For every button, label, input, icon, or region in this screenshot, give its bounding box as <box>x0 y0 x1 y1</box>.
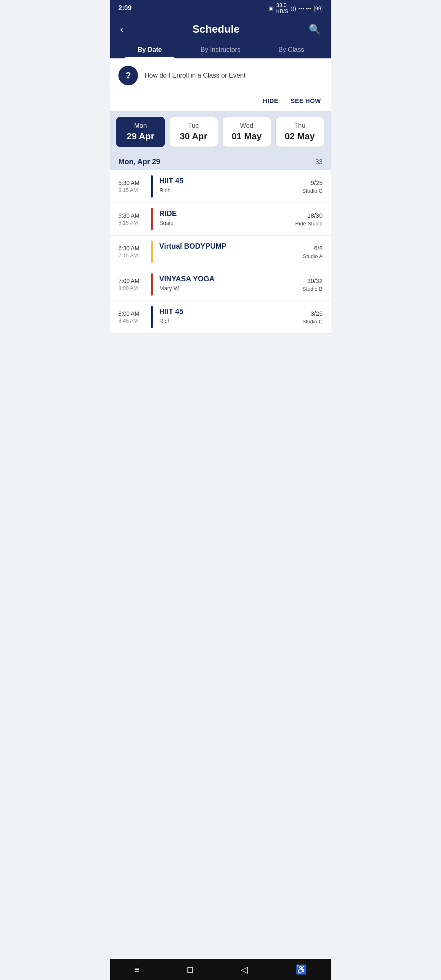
location-2: Studio A <box>303 253 323 259</box>
back-button[interactable]: ‹ <box>120 24 123 35</box>
time-col-1: 5:30 AM 6:15 AM <box>110 203 151 235</box>
day-num-thu: 02 May <box>279 131 321 142</box>
class-name-0: HIIT 45 <box>159 177 283 185</box>
time-end-2: 7:15 AM <box>118 252 146 258</box>
enroll-text: How do I Enroll in a Class or Event <box>145 72 323 79</box>
battery-level: [99] <box>314 5 323 11</box>
location-0: Studio C <box>302 188 323 194</box>
time-col-4: 8:00 AM 8:45 AM <box>110 301 151 333</box>
section-date: Mon, Apr 29 <box>118 158 160 166</box>
tab-by-class[interactable]: By Class <box>256 40 327 58</box>
capacity-col-3: 30/32 Studio B <box>290 268 331 301</box>
time-col-2: 6:30 AM 7:15 AM <box>110 236 151 268</box>
date-card-wed[interactable]: Wed 01 May <box>222 117 271 147</box>
date-card-mon[interactable]: Mon 29 Apr <box>116 117 165 147</box>
schedule-item-4[interactable]: 8:00 AM 8:45 AM HIIT 45 Rich 3/25 Studio… <box>110 301 331 334</box>
time-end-3: 8:00 AM <box>118 285 146 291</box>
class-name-1: RIDE <box>159 209 283 218</box>
capacity-2: 6/8 <box>314 245 323 252</box>
location-3: Studio B <box>303 286 323 292</box>
hide-button[interactable]: HIDE <box>263 97 278 104</box>
class-info-2: Virtual BODYPUMP <box>153 236 290 268</box>
battery-icon: ▣ <box>269 5 274 11</box>
time-end-0: 6:15 AM <box>118 187 146 193</box>
time-start-4: 8:00 AM <box>118 310 146 317</box>
capacity-4: 3/25 <box>311 310 323 317</box>
instructor-4: Rich <box>159 318 283 324</box>
class-info-4: HIIT 45 Rich <box>153 301 290 333</box>
class-info-1: RIDE Susie <box>153 203 290 235</box>
tab-by-instructors[interactable]: By Instructors <box>185 40 256 58</box>
signal-icon: ▪▪▪ ▪▪▪ <box>298 5 311 11</box>
day-name-tue: Tue <box>173 122 214 129</box>
status-icons: ▣ 33.0KB/S ))) ▪▪▪ ▪▪▪ [99] <box>269 2 323 14</box>
day-name-mon: Mon <box>120 122 161 129</box>
status-time: 2:09 <box>118 4 131 12</box>
day-num-wed: 01 May <box>226 131 267 142</box>
time-start-0: 5:30 AM <box>118 180 146 186</box>
class-info-3: VINYASA YOGA Mary W. <box>153 268 290 301</box>
capacity-1: 18/30 <box>307 212 323 219</box>
time-start-1: 5:30 AM <box>118 212 146 219</box>
search-button[interactable]: 🔍 <box>309 24 321 35</box>
schedule-list: 5:30 AM 6:15 AM HIIT 45 Rich 9/25 Studio… <box>110 170 331 334</box>
class-info-0: HIIT 45 Rich <box>153 170 290 203</box>
capacity-col-4: 3/25 Studio C <box>290 301 331 333</box>
day-num-tue: 30 Apr <box>173 131 214 142</box>
see-how-button[interactable]: SEE HOW <box>291 97 321 104</box>
time-start-2: 6:30 AM <box>118 245 146 252</box>
time-col-3: 7:00 AM 8:00 AM <box>110 268 151 301</box>
capacity-3: 30/32 <box>307 277 323 284</box>
page-title: Schedule <box>192 23 240 36</box>
date-card-tue[interactable]: Tue 30 Apr <box>169 117 218 147</box>
tab-bar: By Date By Instructors By Class <box>110 40 331 58</box>
capacity-col-0: 9/25 Studio C <box>290 170 331 203</box>
schedule-item-1[interactable]: 5:30 AM 6:15 AM RIDE Susie 18/30 Ride St… <box>110 203 331 236</box>
class-name-3: VINYASA YOGA <box>159 275 283 283</box>
capacity-0: 9/25 <box>311 179 323 186</box>
time-end-1: 6:15 AM <box>118 220 146 226</box>
day-name-thu: Thu <box>279 122 321 129</box>
date-card-thu[interactable]: Thu 02 May <box>275 117 324 147</box>
time-start-3: 7:00 AM <box>118 278 146 284</box>
class-name-2: Virtual BODYPUMP <box>159 242 283 251</box>
data-speed: 33.0KB/S <box>276 2 288 14</box>
schedule-item-2[interactable]: 6:30 AM 7:15 AM Virtual BODYPUMP 6/8 Stu… <box>110 236 331 268</box>
section-count: 33 <box>315 158 323 166</box>
capacity-col-2: 6/8 Studio A <box>290 236 331 268</box>
day-name-wed: Wed <box>226 122 267 129</box>
tab-by-date[interactable]: By Date <box>114 40 185 58</box>
capacity-col-1: 18/30 Ride Studio <box>290 203 331 235</box>
instructor-0: Rich <box>159 187 283 194</box>
time-col-0: 5:30 AM 6:15 AM <box>110 170 151 203</box>
time-end-4: 8:45 AM <box>118 318 146 324</box>
location-1: Ride Studio <box>295 220 323 227</box>
enroll-banner: ? How do I Enroll in a Class or Event <box>110 58 331 93</box>
schedule-item-0[interactable]: 5:30 AM 6:15 AM HIIT 45 Rich 9/25 Studio… <box>110 170 331 203</box>
class-name-4: HIIT 45 <box>159 307 283 316</box>
location-4: Studio C <box>302 318 323 325</box>
section-header: Mon, Apr 29 33 <box>110 153 331 170</box>
wifi-icon: ))) <box>291 5 296 11</box>
help-icon: ? <box>118 66 138 85</box>
day-num-mon: 29 Apr <box>120 131 161 142</box>
banner-actions: HIDE SEE HOW <box>110 93 331 111</box>
status-bar: 2:09 ▣ 33.0KB/S ))) ▪▪▪ ▪▪▪ [99] <box>110 0 331 16</box>
date-selector: Mon 29 Apr Tue 30 Apr Wed 01 May Thu 02 … <box>110 111 331 153</box>
instructor-3: Mary W. <box>159 285 283 292</box>
header: ‹ Schedule 🔍 <box>110 16 331 40</box>
schedule-item-3[interactable]: 7:00 AM 8:00 AM VINYASA YOGA Mary W. 30/… <box>110 268 331 301</box>
instructor-1: Susie <box>159 220 283 226</box>
